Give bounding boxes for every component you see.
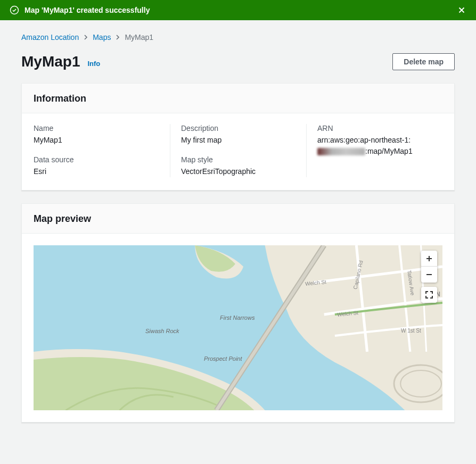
map-preview-heading: Map preview <box>22 204 454 234</box>
info-data-source: Data source Esri <box>34 155 159 177</box>
minus-icon <box>425 271 433 278</box>
delete-map-button[interactable]: Delete map <box>392 53 455 70</box>
map-label-first-narrows: First Narrows <box>220 314 252 321</box>
title-row: MyMap1 Info Delete map <box>21 53 455 70</box>
map-style-label: Map style <box>181 155 296 164</box>
close-icon[interactable] <box>457 5 466 15</box>
fullscreen-button[interactable] <box>421 287 437 303</box>
map-preview-panel: Map preview <box>21 203 455 422</box>
chevron-right-icon <box>115 35 120 40</box>
breadcrumb-parent[interactable]: Maps <box>93 33 111 42</box>
map-terrain-icon <box>34 245 442 410</box>
map-label-prospect-point: Prospect Point <box>204 355 242 362</box>
information-panel: Information Name MyMap1 Data source Esri… <box>21 83 455 190</box>
name-label: Name <box>34 124 159 132</box>
map-style-value: VectorEsriTopographic <box>181 166 296 177</box>
notification-message: Map 'MyMap1' created successfully <box>24 6 457 14</box>
data-source-label: Data source <box>34 155 159 164</box>
breadcrumb-root[interactable]: Amazon Location <box>21 33 79 42</box>
arn-value: arn:aws:geo:ap-northeast-1::map/MyMap1 <box>317 135 432 157</box>
success-notification: Map 'MyMap1' created successfully <box>0 0 476 20</box>
plus-icon <box>425 255 433 262</box>
breadcrumb: Amazon Location Maps MyMap1 <box>21 33 455 42</box>
description-label: Description <box>181 124 296 132</box>
map-controls <box>421 251 437 303</box>
arn-label: ARN <box>317 124 432 132</box>
info-description: Description My first map <box>181 124 296 146</box>
map-label-siwash-rock: Siwash Rock <box>145 328 179 334</box>
map-canvas[interactable]: Siwash Rock First Narrows Prospect Point… <box>34 245 442 410</box>
success-check-icon <box>10 5 19 15</box>
fullscreen-control-group <box>421 287 437 303</box>
svg-point-0 <box>11 6 19 14</box>
zoom-in-button[interactable] <box>421 251 437 267</box>
chevron-right-icon <box>83 35 88 40</box>
arn-redacted <box>317 148 365 155</box>
breadcrumb-current: MyMap1 <box>125 33 153 42</box>
arn-prefix: arn:aws:geo:ap-northeast-1: <box>317 136 411 144</box>
arn-suffix: :map/MyMap1 <box>365 147 413 155</box>
information-heading: Information <box>22 84 454 113</box>
data-source-value: Esri <box>34 166 159 177</box>
description-value: My first map <box>181 135 296 146</box>
info-map-style: Map style VectorEsriTopographic <box>181 155 296 177</box>
name-value: MyMap1 <box>34 135 159 146</box>
page-title: MyMap1 <box>21 53 80 70</box>
map-label-w-1st-st: W 1st St <box>401 328 421 334</box>
zoom-control-group <box>421 251 437 283</box>
info-arn: ARN arn:aws:geo:ap-northeast-1::map/MyMa… <box>317 124 432 157</box>
info-name: Name MyMap1 <box>34 124 159 146</box>
info-link[interactable]: Info <box>87 60 100 68</box>
fullscreen-icon <box>425 291 433 299</box>
zoom-out-button[interactable] <box>421 267 437 283</box>
